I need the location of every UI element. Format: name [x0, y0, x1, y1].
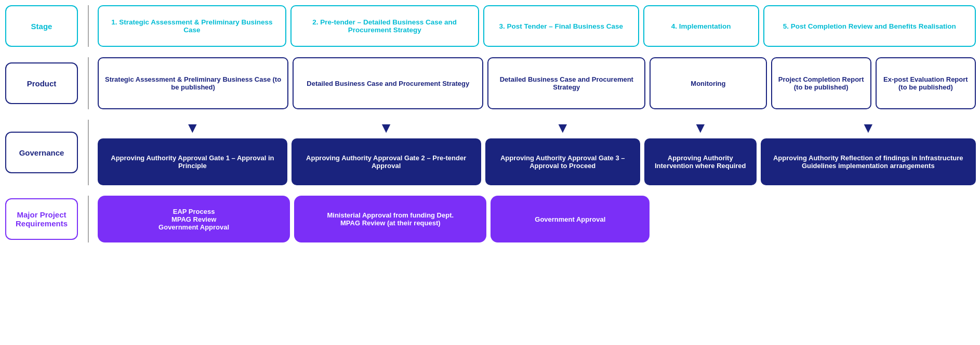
stage-col-4: 4. Implementation	[643, 5, 759, 47]
product-col-56-group: Project Completion Report (to be publish…	[771, 57, 976, 109]
product-col-2: Detailed Business Case and Procurement S…	[293, 57, 483, 109]
gov-box-2: Approving Authority Approval Gate 2 – Pr…	[292, 138, 481, 185]
product-col-5: Project Completion Report (to be publish…	[771, 57, 871, 109]
gov-col-3: ▼ Approving Authority Approval Gate 3 – …	[485, 120, 640, 185]
major-label: Major Project Requirements	[5, 198, 78, 240]
gov-col-4: ▼ Approving Authority Intervention where…	[644, 120, 757, 185]
stage-label-cell: Stage	[0, 0, 83, 52]
arrow-gov-4: ▼	[693, 121, 708, 135]
major-label-cell: Major Project Requirements	[0, 190, 83, 248]
product-col-1: Strategic Assessment & Preliminary Busin…	[98, 57, 288, 109]
gov-col-2: ▼ Approving Authority Approval Gate 2 – …	[292, 120, 481, 185]
arrow-gov-1: ▼	[186, 121, 200, 135]
major-col-1: EAP Process MPAG Review Government Appro…	[98, 196, 290, 242]
gov-col-1: ▼ Approving Authority Approval Gate 1 – …	[98, 120, 287, 185]
stage-label: Stage	[5, 5, 78, 47]
gov-box-4: Approving Authority Intervention where R…	[644, 138, 757, 185]
divider-major	[83, 190, 94, 248]
major-empty-1	[654, 196, 762, 242]
divider-governance	[83, 114, 94, 190]
product-content-row: Strategic Assessment & Preliminary Busin…	[94, 52, 980, 114]
arrow-gov-3: ▼	[555, 121, 570, 135]
gov-box-1: Approving Authority Approval Gate 1 – Ap…	[98, 138, 287, 185]
divider-product	[83, 52, 94, 114]
governance-label-cell: Governance	[0, 114, 83, 190]
product-col-3: Detailed Business Case and Procurement S…	[487, 57, 645, 109]
stage-col-5: 5. Post Completion Review and Benefits R…	[763, 5, 976, 47]
stage-col-3: 3. Post Tender – Final Business Case	[483, 5, 639, 47]
gov-box-5: Approving Authority Reflection of findin…	[761, 138, 976, 185]
stage-col-1: 1. Strategic Assessment & Preliminary Bu…	[98, 5, 286, 47]
arrow-gov-2: ▼	[379, 121, 393, 135]
major-empty-2	[767, 196, 976, 242]
major-col-2: Ministerial Approval from funding Dept. …	[294, 196, 486, 242]
stage-col-2: 2. Pre-tender – Detailed Business Case a…	[290, 5, 479, 47]
gov-box-3: Approving Authority Approval Gate 3 – Ap…	[485, 138, 640, 185]
product-label: Product	[5, 62, 78, 104]
stage-content-row: 1. Strategic Assessment & Preliminary Bu…	[94, 0, 980, 52]
product-col-6: Ex-post Evaluation Report (to be publish…	[876, 57, 976, 109]
arrow-gov-5: ▼	[861, 121, 876, 135]
major-col-3: Government Approval	[491, 196, 650, 242]
governance-content-row: ▼ Approving Authority Approval Gate 1 – …	[94, 114, 980, 190]
product-col-4: Monitoring	[650, 57, 766, 109]
major-content-row: EAP Process MPAG Review Government Appro…	[94, 190, 980, 248]
gov-col-5: ▼ Approving Authority Reflection of find…	[761, 120, 976, 185]
divider-stage	[83, 0, 94, 52]
governance-label: Governance	[5, 132, 78, 173]
product-label-cell: Product	[0, 52, 83, 114]
